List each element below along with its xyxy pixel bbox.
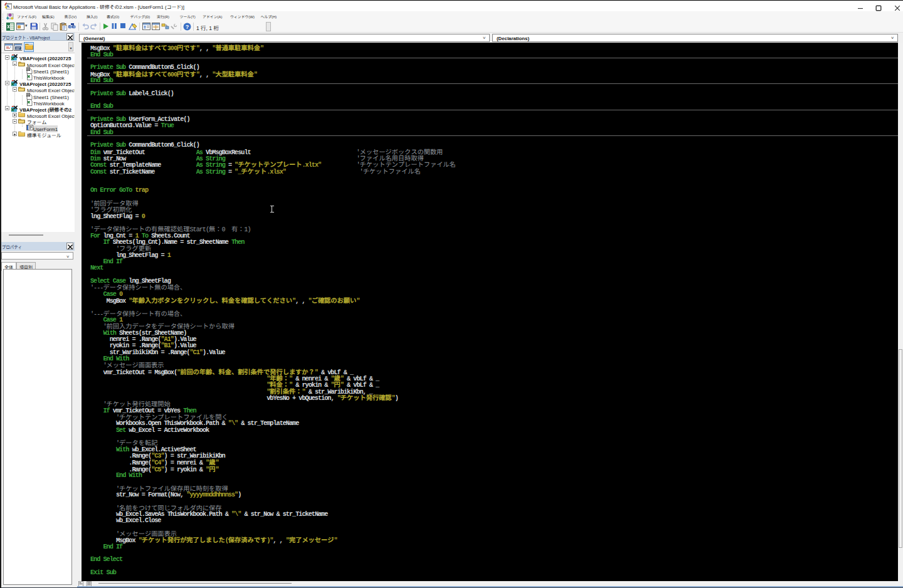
svg-text:?: ?	[186, 24, 189, 30]
